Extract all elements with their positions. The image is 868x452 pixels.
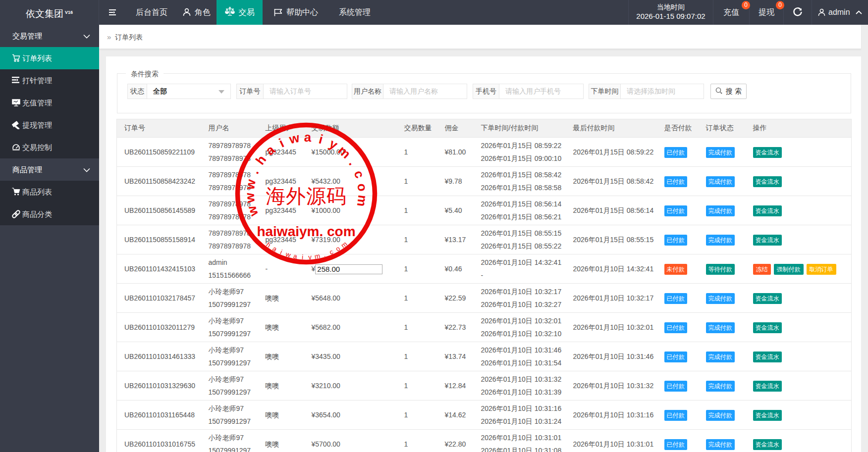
svg-text:h: h [253, 152, 270, 168]
svg-text:m: m [354, 194, 371, 207]
svg-text:c: c [328, 248, 334, 256]
svg-text:i: i [302, 253, 304, 261]
svg-text:.: . [346, 156, 360, 168]
svg-text:w: w [287, 130, 301, 147]
svg-text:w: w [242, 192, 258, 204]
svg-text:a: a [263, 142, 278, 158]
svg-text:y: y [308, 253, 312, 261]
svg-text:i: i [276, 135, 286, 150]
svg-text:.: . [247, 167, 262, 176]
svg-text:w: w [284, 250, 292, 258]
svg-text:haiwaiym. com: haiwaiym. com [257, 224, 355, 239]
svg-text:i: i [317, 132, 325, 147]
svg-text:海外源码: 海外源码 [266, 185, 346, 207]
svg-text:i: i [279, 249, 283, 256]
svg-text:.: . [323, 251, 326, 258]
svg-text:c: c [351, 168, 368, 180]
svg-text:w: w [244, 203, 261, 218]
svg-text:a: a [304, 130, 312, 145]
svg-text:o: o [355, 183, 371, 192]
svg-text:m: m [335, 143, 354, 161]
svg-text:m: m [314, 252, 321, 260]
svg-text:a: a [293, 252, 298, 260]
svg-text:w: w [242, 178, 259, 191]
